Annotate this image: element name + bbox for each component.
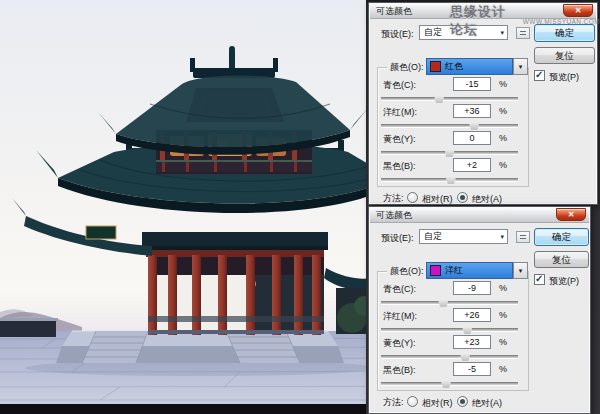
channel-label: 黄色(Y): (383, 337, 416, 350)
channel-row-magenta: 洋红(M): +26 % (369, 308, 590, 334)
channel-row-cyan: 青色(C): -15 % (369, 77, 597, 103)
slider-thumb[interactable] (445, 148, 455, 157)
percent-label: % (499, 283, 507, 293)
relative-radio[interactable] (407, 396, 418, 407)
reset-button[interactable]: 复位 (534, 47, 595, 64)
preset-label: 预设(E): (381, 232, 414, 245)
percent-label: % (499, 79, 507, 89)
method-row: 方法: 相对(R) 绝对(A) (369, 190, 597, 206)
channel-slider[interactable] (381, 352, 518, 361)
selective-color-dialog-red: 可选颜色 ✕ 预设(E): 自定 ▾ 确定 复位 预览(P) 颜色(O): 红色… (368, 2, 598, 205)
channel-value-field[interactable]: +26 (453, 308, 491, 322)
channel-row-black: 黑色(B): +2 % (369, 158, 597, 184)
absolute-radio[interactable] (457, 192, 468, 203)
slider-thumb[interactable] (460, 352, 470, 361)
color-value: 红色 (445, 60, 463, 73)
method-row: 方法: 相对(R) 绝对(A) (369, 394, 590, 410)
channel-value-field[interactable]: 0 (453, 131, 491, 145)
color-value: 洋红 (445, 264, 463, 277)
color-dropdown[interactable]: 红色 (426, 58, 513, 75)
preset-value: 自定 (424, 230, 442, 243)
channel-value-field[interactable]: -15 (453, 77, 491, 91)
channel-slider[interactable] (381, 379, 518, 388)
channel-label: 黑色(B): (383, 160, 416, 173)
preset-value: 自定 (424, 26, 442, 39)
ok-button[interactable]: 确定 (534, 24, 595, 42)
channel-row-black: 黑色(B): -5 % (369, 362, 590, 388)
channel-row-yellow: 黄色(Y): +23 % (369, 335, 590, 361)
absolute-label: 绝对(A) (472, 193, 502, 206)
channel-slider[interactable] (381, 94, 518, 103)
screenshot-stage: 可选颜色 ✕ 预设(E): 自定 ▾ 确定 复位 预览(P) 颜色(O): 红色… (0, 0, 600, 414)
channel-label: 洋红(M): (383, 310, 417, 323)
preset-dropdown[interactable]: 自定 ▾ (419, 229, 508, 244)
relative-label: 相对(R) (422, 193, 453, 206)
percent-label: % (499, 160, 507, 170)
reset-button[interactable]: 复位 (534, 251, 589, 268)
channel-label: 青色(C): (383, 79, 416, 92)
channel-label: 黑色(B): (383, 364, 416, 377)
channel-row-magenta: 洋红(M): +36 % (369, 104, 597, 130)
color-label: 颜色(O): (387, 61, 427, 74)
slider-thumb[interactable] (434, 94, 444, 103)
channel-slider[interactable] (381, 148, 518, 157)
percent-label: % (499, 310, 507, 320)
method-label: 方法: (383, 192, 404, 205)
channel-slider[interactable] (381, 121, 518, 130)
percent-label: % (499, 133, 507, 143)
color-dropdown[interactable]: 洋红 (426, 262, 513, 279)
selective-color-dialog-magenta: 可选颜色 ✕ 预设(E): 自定 ▾ 确定 复位 预览(P) 颜色(O): 洋红… (368, 206, 591, 414)
channel-value-field[interactable]: -5 (453, 362, 491, 376)
chevron-down-icon: ▾ (500, 230, 504, 243)
channel-label: 黄色(Y): (383, 133, 416, 146)
preset-dropdown[interactable]: 自定 ▾ (419, 25, 508, 40)
color-swatch (430, 61, 441, 72)
channel-slider[interactable] (381, 175, 518, 184)
preset-menu-icon[interactable] (516, 231, 530, 243)
relative-radio[interactable] (407, 192, 418, 203)
slider-thumb[interactable] (462, 325, 472, 334)
channel-value-field[interactable]: -9 (453, 281, 491, 295)
preset-label: 预设(E): (381, 28, 414, 41)
channel-slider[interactable] (381, 298, 518, 307)
slider-thumb[interactable] (441, 379, 451, 388)
slider-thumb[interactable] (469, 121, 479, 130)
slider-thumb[interactable] (438, 298, 448, 307)
channel-row-cyan: 青色(C): -9 % (369, 281, 590, 307)
channel-value-field[interactable]: +23 (453, 335, 491, 349)
percent-label: % (499, 337, 507, 347)
percent-label: % (499, 364, 507, 374)
close-icon[interactable]: ✕ (556, 208, 586, 221)
color-label: 颜色(O): (387, 265, 427, 278)
absolute-radio[interactable] (457, 396, 468, 407)
chevron-down-icon[interactable]: ▾ (513, 58, 528, 75)
channel-row-yellow: 黄色(Y): 0 % (369, 131, 597, 157)
relative-label: 相对(R) (422, 397, 453, 410)
chevron-down-icon[interactable]: ▾ (513, 262, 528, 279)
channel-slider[interactable] (381, 325, 518, 334)
channel-value-field[interactable]: +2 (453, 158, 491, 172)
percent-label: % (499, 106, 507, 116)
slider-thumb[interactable] (446, 175, 456, 184)
preset-menu-icon[interactable] (516, 27, 530, 39)
chevron-down-icon: ▾ (500, 26, 504, 39)
close-icon[interactable]: ✕ (563, 4, 593, 17)
channel-label: 洋红(M): (383, 106, 417, 119)
absolute-label: 绝对(A) (472, 397, 502, 410)
ok-button[interactable]: 确定 (534, 228, 589, 246)
channel-label: 青色(C): (383, 283, 416, 296)
channel-value-field[interactable]: +36 (453, 104, 491, 118)
method-label: 方法: (383, 396, 404, 409)
color-swatch (430, 265, 441, 276)
